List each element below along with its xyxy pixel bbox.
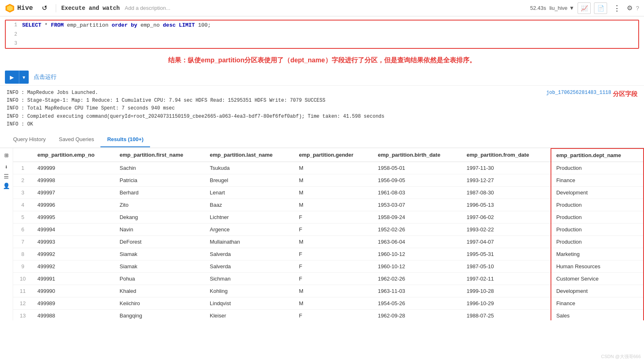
cell-emp-no: 499988	[32, 309, 115, 320]
cell-row-num: 11	[13, 285, 32, 297]
cell-row-num: 7	[13, 235, 32, 248]
table-row: 6 499994 Navin Argence F 1952-02-26 1993…	[13, 223, 644, 235]
cell-last-name: Lichtner	[205, 211, 294, 223]
table-icon[interactable]: ☰	[4, 173, 9, 180]
log-line-3: INFO : Total MapReduce CPU Time Spent: 7…	[7, 105, 637, 112]
th-gender: emp_partition.gender	[294, 148, 373, 162]
cell-first-name: Siamak	[115, 248, 205, 260]
cell-last-name: Mullainathan	[205, 235, 294, 248]
cell-emp-no: 499993	[32, 235, 115, 248]
table-row: 9 499992 Siamak Salverda F 1960-10-12 19…	[13, 260, 644, 272]
cell-from-date: 1996-10-29	[462, 297, 551, 309]
cell-emp-no: 499999	[32, 162, 115, 174]
th-last-name: emp_partition.last_name	[205, 148, 294, 162]
cell-emp-no: 499997	[32, 186, 115, 199]
cell-gender: M	[294, 199, 373, 211]
cell-last-name: Argence	[205, 223, 294, 235]
user-dropdown-icon: ▼	[569, 5, 574, 11]
cell-from-date: 1987-05-10	[462, 260, 551, 272]
cell-from-date: 1996-05-13	[462, 199, 551, 211]
table-row: 11 499990 Khaled Kohling M 1963-11-03 19…	[13, 285, 644, 297]
cell-last-name: Kleiser	[205, 309, 294, 320]
cell-emp-no: 499992	[32, 260, 115, 272]
execute-button-main: ▶	[5, 71, 19, 84]
results-table-wrap[interactable]: emp_partition.emp_no emp_partition.first…	[13, 148, 644, 320]
editor-line-1: 1 SELECT * FROM emp_partition order by e…	[6, 21, 638, 30]
cell-gender: F	[294, 272, 373, 285]
cell-gender: F	[294, 223, 373, 235]
cell-birth-date: 1962-09-28	[373, 309, 462, 320]
cell-emp-no: 499996	[32, 199, 115, 211]
cell-first-name: Navin	[115, 223, 205, 235]
undo-button[interactable]: ↺	[38, 2, 51, 14]
table-row: 13 499988 Bangqing Kleiser F 1962-09-28 …	[13, 309, 644, 320]
table-row: 7 499993 DeForest Mullainathan M 1963-06…	[13, 235, 644, 248]
grid-icon[interactable]: ⊞	[5, 151, 9, 160]
user-icon[interactable]: 👤	[3, 183, 10, 189]
table-row: 4 499996 Zito Baaz M 1953-03-07 1996-05-…	[13, 199, 644, 211]
run-label[interactable]: 点击运行	[34, 73, 57, 81]
cell-dept-name: Customer Service	[551, 272, 644, 285]
chart-button[interactable]: 📈	[578, 2, 591, 14]
results-table: emp_partition.emp_no emp_partition.first…	[13, 148, 644, 320]
th-from-date: emp_partition.from_date	[462, 148, 551, 162]
run-area: ▶ ▾ 点击运行	[0, 69, 644, 85]
th-first-name: emp_partition.first_name	[115, 148, 205, 162]
cell-gender: M	[294, 174, 373, 186]
tab-saved-queries[interactable]: Saved Queries	[52, 132, 100, 147]
line-number-3: 3	[9, 41, 17, 46]
more-button[interactable]: ⋮	[610, 2, 624, 14]
job-link[interactable]: job_1706256281483_1118	[546, 89, 611, 97]
cell-last-name: Salverda	[205, 260, 294, 272]
cell-birth-date: 1958-09-24	[373, 211, 462, 223]
cell-from-date: 1988-07-25	[462, 309, 551, 320]
cell-row-num: 8	[13, 248, 32, 260]
table-row: 10 499991 Pohua Sichman F 1962-02-26 199…	[13, 272, 644, 285]
cell-row-num: 12	[13, 297, 32, 309]
cell-birth-date: 1954-05-26	[373, 297, 462, 309]
log-line-4: INFO : Completed executing command(query…	[7, 113, 637, 121]
logo: Hive	[5, 3, 33, 13]
cell-row-num: 9	[13, 260, 32, 272]
cell-first-name: Patricia	[115, 174, 205, 186]
download-icon[interactable]: ⬇	[5, 164, 8, 171]
cell-first-name: Sachin	[115, 162, 205, 174]
cell-last-name: Kohling	[205, 285, 294, 297]
editor-line-3: 3	[6, 39, 638, 48]
cell-row-num: 4	[13, 199, 32, 211]
save-button[interactable]: 📄	[594, 2, 607, 14]
cell-emp-no: 499990	[32, 285, 115, 297]
cell-birth-date: 1953-03-07	[373, 199, 462, 211]
header-description[interactable]: Add a description...	[125, 5, 170, 11]
cell-last-name: Sichman	[205, 272, 294, 285]
cell-birth-date: 1962-02-26	[373, 272, 462, 285]
cell-from-date: 1997-06-02	[462, 211, 551, 223]
help-icon[interactable]: ?	[636, 5, 639, 11]
username: liu_hive	[549, 5, 567, 11]
cell-first-name: Zito	[115, 199, 205, 211]
cell-first-name: Khaled	[115, 285, 205, 297]
cell-gender: F	[294, 211, 373, 223]
settings-icon[interactable]: ⚙	[627, 4, 633, 12]
table-row: 5 499995 Dekang Lichtner F 1958-09-24 19…	[13, 211, 644, 223]
user-menu[interactable]: liu_hive ▼	[549, 5, 574, 11]
cell-gender: F	[294, 309, 373, 320]
editor-line-2: 2	[6, 30, 638, 39]
cell-first-name: Pohua	[115, 272, 205, 285]
tabs-bar: Query History Saved Queries Results (100…	[0, 132, 644, 148]
log-line-5: INFO : OK	[7, 121, 637, 128]
table-row: 1 499999 Sachin Tsukuda M 1958-05-01 199…	[13, 162, 644, 174]
watermark: CSDN @大强哥666	[601, 354, 641, 360]
cell-row-num: 3	[13, 186, 32, 199]
execute-button[interactable]: ▶ ▾	[5, 71, 29, 84]
cell-birth-date: 1956-09-05	[373, 174, 462, 186]
cell-from-date: 1993-12-27	[462, 174, 551, 186]
table-row: 3 499997 Berhard Lenart M 1961-08-03 198…	[13, 186, 644, 199]
tab-results[interactable]: Results (100+)	[100, 132, 150, 147]
editor-area[interactable]: 1 SELECT * FROM emp_partition order by e…	[5, 20, 639, 49]
tab-query-history[interactable]: Query History	[7, 132, 52, 147]
header-right: 52.43s liu_hive ▼ 📈 📄 ⋮ ⚙ ?	[530, 2, 639, 14]
line-number-2: 2	[9, 32, 17, 37]
log-area: INFO : MapReduce Jobs Launched. INFO : S…	[0, 85, 644, 132]
cell-dept-name: Production	[551, 223, 644, 235]
